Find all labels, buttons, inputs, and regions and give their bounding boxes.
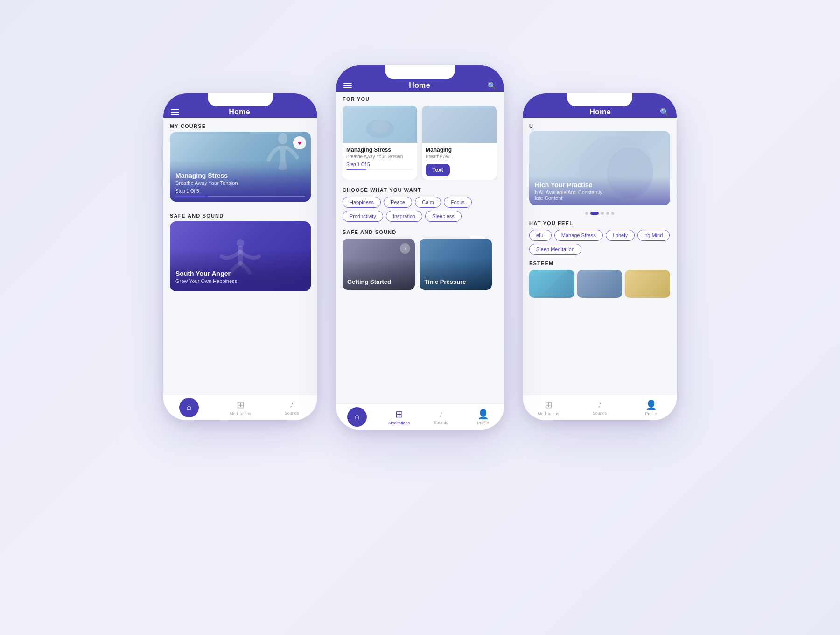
nav-meditations-center[interactable]: ⊞ Meditations bbox=[378, 409, 420, 425]
carousel-dots bbox=[523, 209, 677, 218]
screen-right: Home 🔍 U Rich You bbox=[523, 93, 677, 420]
svg-point-4 bbox=[371, 120, 389, 133]
sounds-label-right: Sounds bbox=[593, 411, 607, 416]
menu-icon-left[interactable] bbox=[171, 109, 179, 115]
time-pressure-card[interactable]: Time Pressure bbox=[420, 239, 492, 290]
bottom-nav-left: ⌂ ⊞ Meditations ♪ Sounds bbox=[163, 394, 317, 420]
dot-4 bbox=[606, 212, 609, 215]
dot-5 bbox=[611, 212, 614, 215]
search-icon-center[interactable]: 🔍 bbox=[487, 81, 497, 90]
fy-progress-fill-1 bbox=[346, 169, 366, 170]
svg-rect-5 bbox=[422, 106, 497, 143]
notch-center bbox=[385, 65, 455, 79]
bottom-nav-right: ⊞ Meditations ♪ Sounds 👤 Profile bbox=[523, 394, 677, 420]
time-pressure-title: Time Pressure bbox=[424, 278, 466, 285]
tag-peace[interactable]: Peace bbox=[384, 197, 412, 208]
fy-progress-1 bbox=[346, 169, 413, 170]
fy-card-1-title: Managing Stress bbox=[346, 147, 413, 153]
for-you-card-2[interactable]: Managing Breathe Aw... Text bbox=[422, 106, 497, 180]
screen-left: Home MY COURSE bbox=[163, 93, 317, 420]
my-course-label-left: MY COURSE bbox=[163, 118, 317, 132]
tag-calm[interactable]: Calm bbox=[415, 197, 441, 208]
hero-title: Rich Your Practise bbox=[535, 181, 665, 189]
getting-started-card[interactable]: › Getting Started bbox=[343, 239, 415, 290]
screen-center: Home 🔍 FOR YOU bbox=[336, 65, 504, 430]
heart-icon-left[interactable]: ♥ bbox=[293, 136, 306, 149]
feel-tags: eful Manage Stress Lonely ng Mind Sleep … bbox=[529, 230, 670, 255]
phone-center: Home 🔍 FOR YOU bbox=[336, 65, 504, 430]
fy-card-1-subtitle: Breathe Away Your Tension bbox=[346, 154, 413, 159]
tag-sleepless[interactable]: Sleepless bbox=[425, 211, 462, 222]
content-left: MY COURSE ♥ bbox=[163, 118, 317, 394]
nav-meditations-right[interactable]: ⊞ Meditations bbox=[523, 399, 574, 416]
music-icon-left: ♪ bbox=[289, 399, 294, 410]
nav-profile-center[interactable]: 👤 Profile bbox=[462, 409, 504, 425]
dot-1 bbox=[585, 212, 588, 215]
nav-meditations-label-left: Meditations bbox=[230, 411, 251, 416]
music-icon-right: ♪ bbox=[597, 399, 602, 410]
hero-card-right[interactable]: Rich Your Practise h All Available And C… bbox=[529, 131, 670, 205]
profile-icon-right: 👤 bbox=[645, 399, 657, 410]
sounds-label-center: Sounds bbox=[434, 420, 448, 425]
card-title-left: Managing Stress bbox=[175, 172, 305, 179]
notch-left bbox=[208, 93, 273, 106]
choose-label: CHOOSE WHAT YOU WANT bbox=[343, 187, 497, 193]
nav-sounds-center[interactable]: ♪ Sounds bbox=[420, 409, 462, 425]
time-pressure-overlay: Time Pressure bbox=[420, 239, 492, 290]
getting-started-title: Getting Started bbox=[347, 278, 391, 285]
esteem-card-3[interactable] bbox=[625, 270, 670, 298]
tag-sleep-meditation[interactable]: Sleep Meditation bbox=[529, 244, 581, 255]
safe-card-subtitle-left: Grow Your Own Happiness bbox=[175, 278, 305, 284]
hero-subtitle-2: late Content bbox=[535, 195, 665, 201]
nav-sounds-right[interactable]: ♪ Sounds bbox=[574, 399, 625, 416]
content-center: FOR YOU Man bbox=[336, 92, 504, 402]
header-title-center: Home bbox=[409, 81, 430, 90]
nav-home-left[interactable]: ⌂ bbox=[163, 398, 215, 417]
fy-card-2-title: Managing bbox=[426, 147, 493, 153]
safe-card-title-left: South Your Anger bbox=[175, 270, 305, 277]
nav-meditations-left[interactable]: ⊞ Meditations bbox=[215, 399, 266, 416]
safe-label-left: SAFE AND SOUND bbox=[163, 207, 317, 221]
safe-cards-center: › Getting Started Time Pressure bbox=[343, 239, 497, 290]
tag-eful[interactable]: eful bbox=[529, 230, 552, 241]
dot-3 bbox=[601, 212, 604, 215]
grid-icon-left: ⊞ bbox=[237, 399, 245, 410]
for-you-label: FOR YOU bbox=[343, 96, 497, 102]
tag-inspration[interactable]: Inspration bbox=[386, 211, 422, 222]
safe-card-left[interactable]: South Your Anger Grow Your Own Happiness bbox=[170, 221, 311, 291]
fy-card-2-content: Managing Breathe Aw... Text bbox=[422, 143, 497, 180]
self-esteem-section: ESTEEM bbox=[523, 258, 677, 301]
getting-started-overlay: Getting Started bbox=[343, 239, 415, 290]
tag-happiness[interactable]: Happiness bbox=[343, 197, 381, 208]
bottom-nav-center: ⌂ ⊞ Meditations ♪ Sounds 👤 Profile bbox=[336, 403, 504, 430]
nav-home-center[interactable]: ⌂ bbox=[336, 407, 378, 427]
tag-productivity[interactable]: Productivity bbox=[343, 211, 383, 222]
course-card-left[interactable]: ♥ Managing Stress Breathe Away Your Tens… bbox=[170, 132, 311, 202]
safe-section-center: SAFE AND SOUND › Getting Started bbox=[336, 225, 504, 293]
for-you-card-1[interactable]: Managing Stress Breathe Away Your Tensio… bbox=[343, 106, 417, 180]
header-title-right: Home bbox=[589, 108, 611, 116]
grid-icon-right: ⊞ bbox=[545, 399, 553, 410]
feel-label: HAT YOU FEEL bbox=[529, 220, 670, 226]
esteem-card-2[interactable] bbox=[577, 270, 623, 298]
search-icon-right[interactable]: 🔍 bbox=[660, 108, 669, 117]
phone-left: Home MY COURSE bbox=[163, 93, 317, 420]
tag-lonely[interactable]: Lonely bbox=[606, 230, 635, 241]
text-button[interactable]: Text bbox=[426, 164, 450, 176]
tag-manage-stress[interactable]: Manage Stress bbox=[554, 230, 603, 241]
tag-focus[interactable]: Focus bbox=[444, 197, 472, 208]
grid-icon-center: ⊞ bbox=[395, 409, 403, 420]
progress-fill-left bbox=[175, 196, 208, 197]
fy-card-2-subtitle: Breathe Aw... bbox=[426, 154, 493, 159]
card-subtitle-left: Breathe Away Your Tension bbox=[175, 180, 305, 186]
profile-label-center: Profile bbox=[477, 421, 489, 425]
notch-right bbox=[567, 93, 632, 106]
home-icon-left: ⌂ bbox=[187, 402, 192, 412]
for-you-section: FOR YOU Man bbox=[336, 92, 504, 183]
nav-profile-right[interactable]: 👤 Profile bbox=[625, 399, 677, 416]
menu-icon-center[interactable] bbox=[343, 83, 352, 88]
tag-ng-mind[interactable]: ng Mind bbox=[637, 230, 670, 241]
esteem-card-1[interactable] bbox=[529, 270, 574, 298]
for-you-cards: Managing Stress Breathe Away Your Tensio… bbox=[343, 106, 497, 180]
nav-sounds-left[interactable]: ♪ Sounds bbox=[266, 399, 317, 416]
